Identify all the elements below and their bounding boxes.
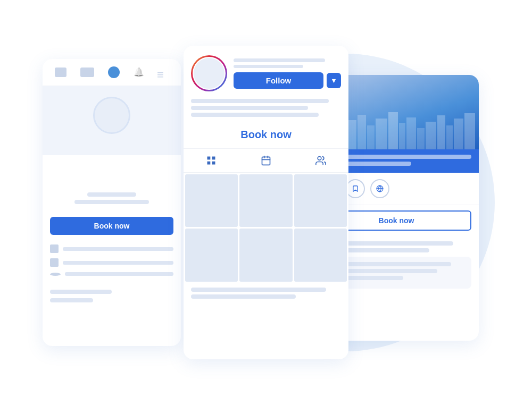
svg-point-26 — [318, 157, 321, 161]
profile-circle — [93, 97, 130, 134]
list-item — [50, 244, 173, 253]
bell-icon — [134, 67, 143, 78]
tab-icons-row — [184, 148, 348, 173]
profile-icon — [108, 66, 120, 78]
hero-area — [43, 86, 181, 155]
svg-rect-8 — [399, 123, 405, 149]
name-lines — [43, 187, 181, 204]
svg-rect-14 — [454, 119, 463, 149]
profile-meta-lines — [234, 58, 341, 68]
svg-rect-9 — [406, 117, 416, 149]
svg-rect-10 — [417, 128, 425, 149]
svg-rect-5 — [367, 125, 375, 149]
svg-rect-12 — [437, 115, 445, 149]
grid-cell — [185, 174, 238, 227]
scene: Book now — [27, 16, 505, 389]
grid-cell — [239, 229, 292, 281]
avatar-ring — [191, 55, 227, 91]
home-icon — [55, 68, 66, 77]
svg-rect-15 — [464, 113, 475, 149]
card-center: Follow ▾ Book now — [184, 46, 348, 359]
tab-grid[interactable] — [184, 149, 238, 172]
calendar-icon — [50, 244, 59, 253]
svg-rect-22 — [262, 157, 270, 165]
follow-button[interactable]: Follow — [234, 72, 323, 89]
avatar — [194, 58, 225, 89]
svg-rect-21 — [212, 162, 215, 165]
svg-rect-13 — [446, 125, 453, 149]
bottom-lines-center — [184, 283, 348, 306]
tab-contacts[interactable] — [294, 149, 348, 172]
grid-cell — [294, 174, 347, 227]
svg-rect-19 — [212, 157, 215, 160]
book-now-link-center[interactable]: Book now — [191, 129, 341, 141]
bookmark-icon[interactable] — [346, 179, 365, 198]
list-item — [50, 258, 173, 267]
profile-header-right: Follow ▾ — [234, 58, 341, 89]
folder-icon — [50, 258, 59, 267]
card-left: Book now — [43, 59, 181, 346]
top-nav — [43, 59, 181, 86]
svg-rect-6 — [376, 119, 387, 149]
follow-dropdown-button[interactable]: ▾ — [327, 73, 341, 88]
svg-rect-7 — [388, 112, 398, 149]
svg-rect-11 — [426, 122, 436, 149]
svg-rect-18 — [207, 157, 210, 160]
grid-cell — [185, 229, 238, 281]
svg-rect-4 — [358, 115, 366, 149]
photo-grid — [184, 173, 348, 283]
book-btn-center-wrap: Book now — [184, 126, 348, 148]
center-bio-lines — [184, 97, 348, 126]
globe-icon[interactable] — [370, 179, 389, 198]
friends-icon — [80, 68, 94, 77]
tab-calendar[interactable] — [238, 149, 293, 172]
list-section — [43, 240, 181, 285]
more-icon — [50, 273, 61, 276]
follow-row: Follow ▾ — [234, 72, 341, 89]
footer-lines — [43, 285, 181, 310]
grid-cell — [294, 229, 347, 281]
book-now-button-left[interactable]: Book now — [50, 217, 173, 235]
list-item — [50, 272, 173, 276]
svg-rect-20 — [207, 162, 210, 165]
book-btn-wrap-left: Book now — [43, 209, 181, 240]
grid-cell — [239, 174, 292, 227]
profile-header: Follow ▾ — [184, 46, 348, 97]
menu-icon — [157, 68, 169, 77]
